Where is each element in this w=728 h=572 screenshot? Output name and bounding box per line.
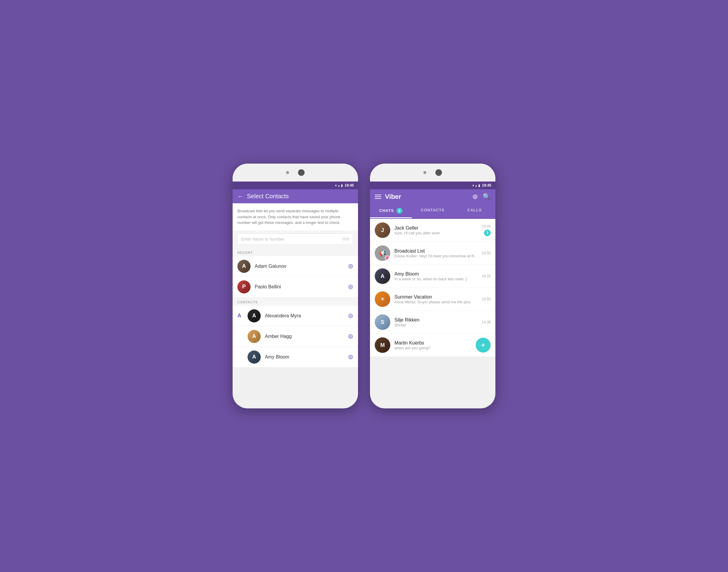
status-bar-right: ▾ ▴ ▮ 19:45: [370, 182, 495, 189]
status-icons-right: ▾ ▴ ▮: [472, 184, 480, 188]
chat-info: Summer Vacation Anna Meraz: Guys! please…: [394, 294, 477, 304]
list-item[interactable]: A A Alexandera Myra ⊚: [233, 306, 358, 326]
avatar: A: [248, 330, 261, 343]
viber-icon[interactable]: ⊚: [348, 333, 353, 340]
chat-preview: Eloise Koiller: Hey! I'll meet you tomor…: [394, 254, 477, 258]
tab-contacts-label: CONTACTS: [421, 208, 444, 212]
wifi-icon: ▾: [335, 184, 337, 188]
avatar-jack: J: [375, 222, 390, 238]
chat-meta: 16:55: [482, 297, 490, 301]
chat-name: Amy Bloom: [394, 271, 477, 277]
alpha-label: A: [238, 312, 243, 319]
phone-bottom-right: [370, 357, 495, 375]
viber-icon[interactable]: ⊚: [348, 353, 353, 361]
header-icons: ⊚ 🔍: [472, 193, 490, 201]
list-item[interactable]: P Paolo Bellini ⊚: [233, 277, 358, 297]
avatar-broadcast: 📢: [375, 245, 390, 261]
status-bar-left: ▾ ▴ ▮ 19:45: [233, 182, 358, 189]
viber-icon[interactable]: ⊚: [348, 312, 353, 320]
avatar-amy: A: [375, 268, 390, 284]
tab-calls-label: CALLS: [467, 208, 482, 212]
back-button[interactable]: ←: [238, 193, 243, 200]
chat-time: 18:28: [482, 274, 490, 278]
battery-icon-right: ▮: [478, 184, 480, 188]
phone-right: ▾ ▴ ▮ 19:45 Viber ⊚ 🔍 CHATS 3: [370, 164, 495, 408]
chat-meta: +: [476, 338, 490, 353]
viber-icon[interactable]: ⊚: [348, 283, 353, 291]
wifi-icon-right: ▾: [472, 184, 474, 188]
list-item[interactable]: A Adam Galunov ⊚: [233, 256, 358, 277]
new-chat-fab[interactable]: +: [476, 338, 490, 353]
contacts-list: A A Alexandera Myra ⊚ A Amber Hagg ⊚ A A…: [233, 306, 358, 367]
phone-screen-left: ▾ ▴ ▮ 19:45 ← Select Contacts Broadcast …: [233, 182, 358, 367]
screen-title: Select Contacts: [247, 193, 353, 200]
chat-time: 19:44: [482, 224, 490, 228]
avatar: P: [238, 280, 251, 293]
chat-time: 18:56: [482, 251, 490, 255]
unread-badge: 3: [484, 230, 490, 236]
chat-time: 16:55: [482, 297, 490, 301]
recent-list: A Adam Galunov ⊚ P Paolo Bellini ⊚: [233, 256, 358, 297]
status-time-left: 19:45: [345, 183, 354, 188]
avatar: A: [248, 351, 261, 364]
chat-name: Silje Rikken: [394, 317, 477, 323]
tab-chats[interactable]: CHATS 3: [370, 204, 412, 218]
chat-list: J Jack Geller sure, i'll call you after …: [370, 219, 495, 357]
phone-bottom-left: [233, 367, 358, 385]
list-item[interactable]: A Amy Bloom ⊚: [233, 347, 358, 367]
app-header-left: ← Select Contacts: [233, 189, 358, 203]
chat-item[interactable]: J Jack Geller sure, i'll call you after …: [370, 219, 495, 242]
chat-meta: 19:44 3: [482, 224, 490, 236]
avatar-silje: S: [375, 314, 390, 330]
chat-preview: when are you going?: [394, 346, 471, 350]
viber-icon[interactable]: ⊚: [348, 263, 353, 270]
status-icons: ▾ ▴ ▮: [335, 184, 343, 188]
tab-chats-label: CHATS: [379, 208, 394, 213]
chat-item[interactable]: S Silje Rikken Sticker 14:38: [370, 311, 495, 334]
chat-name: Martin Kuerbs: [394, 340, 471, 346]
chat-preview: sure, i'll call you after work: [394, 231, 477, 235]
chat-name: Jack Geller: [394, 225, 477, 231]
search-icon[interactable]: 🔍: [482, 193, 490, 201]
chat-item[interactable]: A Amy Bloom In a week or so, when im bac…: [370, 265, 495, 288]
chats-badge: 3: [397, 208, 402, 214]
contact-name: Paolo Bellini: [255, 284, 344, 290]
phone-sensor-right: [423, 171, 426, 174]
chat-item[interactable]: 📢 Broadcast List Eloise Koiller: Hey! I'…: [370, 242, 495, 265]
search-section: Enter Name or Number 0/20: [233, 230, 358, 248]
phone-left: ▾ ▴ ▮ 19:45 ← Select Contacts Broadcast …: [233, 164, 358, 408]
chat-info: Amy Bloom In a week or so, when im back …: [394, 271, 477, 281]
viber-circle-icon[interactable]: ⊚: [472, 193, 478, 201]
chat-info: Jack Geller sure, i'll call you after wo…: [394, 225, 477, 235]
chat-item[interactable]: ☀ Summer Vacation Anna Meraz: Guys! plea…: [370, 288, 495, 311]
mini-avatar: [385, 256, 390, 261]
phone-screen-right: ▾ ▴ ▮ 19:45 Viber ⊚ 🔍 CHATS 3: [370, 182, 495, 357]
tab-calls[interactable]: CALLS: [454, 204, 495, 218]
status-time-right: 19:45: [482, 183, 491, 188]
contacts-label: CONTACTS: [233, 297, 358, 306]
phone-camera: [298, 169, 305, 176]
phone-sensor: [286, 171, 289, 174]
chat-preview: Sticker: [394, 323, 477, 327]
contact-name: Adam Galunov: [255, 264, 344, 269]
chat-preview: Anna Meraz: Guys! please send me the pic…: [394, 300, 477, 304]
chat-item[interactable]: M Martin Kuerbs when are you going? +: [370, 334, 495, 357]
chat-name: Broadcast List: [394, 248, 477, 254]
avatar-martin: M: [375, 337, 390, 353]
contact-name: Amber Hagg: [265, 334, 344, 339]
chat-meta: 14:38: [482, 320, 490, 324]
avatar: A: [238, 260, 251, 273]
list-item[interactable]: A Amber Hagg ⊚: [233, 326, 358, 347]
hamburger-menu[interactable]: [375, 195, 381, 199]
contact-name: Alexandera Myra: [265, 313, 344, 318]
tabs: CHATS 3 CONTACTS CALLS: [370, 204, 495, 219]
chat-info: Martin Kuerbs when are you going?: [394, 340, 471, 350]
broadcast-info: Broadcast lists let you send separate me…: [233, 203, 358, 230]
phone-top-left: [233, 164, 358, 182]
phone-camera-right: [436, 169, 442, 176]
chat-meta: 18:28: [482, 274, 490, 278]
search-placeholder: Enter Name or Number: [241, 237, 284, 241]
search-input-wrap[interactable]: Enter Name or Number 0/20: [238, 233, 353, 245]
tab-contacts[interactable]: CONTACTS: [412, 204, 454, 218]
chat-meta: 18:56: [482, 251, 490, 255]
